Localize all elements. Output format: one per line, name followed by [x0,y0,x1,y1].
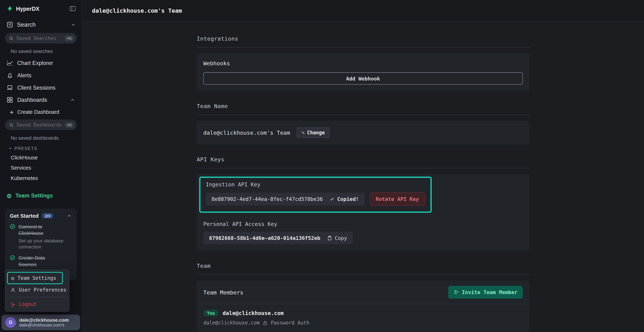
member-email: dale@clickhouse.com [203,320,260,326]
api-key-text: 8e887902-4ed7-44ea-8fec-f47cd578be36 [212,196,323,202]
user-plus-icon [453,290,459,295]
menu-item-team-settings[interactable]: ⚙ Team Settings [8,272,60,283]
team-settings-label: Team Settings [16,193,53,199]
chevron-up-icon[interactable] [66,213,72,218]
collapse-sidebar-icon[interactable] [70,5,76,12]
clipboard-icon [327,236,332,241]
get-started-header[interactable]: Get Started 2/3 [10,213,72,219]
saved-searches-placeholder: Saved Searches [16,35,62,41]
sidebar-section-search[interactable]: Search [0,16,82,32]
api-key-text: 87982668-58b1-4d6e-a620-014a136f52eb [209,235,320,241]
you-badge: You [203,310,218,316]
invite-button-label: Invite Team Member [462,289,518,295]
lock-icon [262,320,268,326]
presets-toggle[interactable]: PRESETS [0,143,82,152]
sidebar-item-label: Chart Explorer [17,60,53,66]
menu-item-user-preferences[interactable]: User Preferences [7,284,68,295]
team-name-heading: Team Name [197,103,530,115]
copy-button-label: Copy [335,235,347,241]
create-dashboard-label: Create Dashboard [17,109,59,115]
chevron-down-icon [8,146,12,150]
keyboard-shortcut: ⌘K [65,36,74,41]
sidebar: HyperDX Search Saved Searches ⌘K No save… [0,0,82,332]
get-started-title: Get Started [10,213,39,219]
user-subtitle: dale@clickhouse.com's [19,322,69,327]
check-circle-icon [10,255,15,260]
add-webhook-button[interactable]: Add Webhook [203,72,523,84]
sidebar-header: HyperDX [0,0,82,16]
search-icon [8,122,14,128]
menu-divider [9,297,66,297]
get-started-item-connect[interactable]: Connect to ClickHouse Set up your databa… [10,224,72,250]
sidebar-item-dashboards[interactable]: Dashboards [0,94,82,106]
preset-services[interactable]: Services [0,162,82,173]
create-dashboard-button[interactable]: Create Dashboard [0,106,82,118]
rotate-api-key-button[interactable]: Rotate API Key [370,192,425,206]
main-content: Integrations Webhooks Add Webhook Team N… [82,21,644,332]
sidebar-item-client-sessions[interactable]: Client Sessions [0,82,82,94]
team-member-row: You dale@clickhouse.com dale@clickhouse.… [197,304,530,332]
copied-label: Copied! [337,196,359,202]
copied-indicator: Copied! [329,196,359,202]
user-name: dale@clickhouse.com [19,318,69,322]
personal-api-key-label: Personal API Access Key [203,221,523,227]
bell-icon [6,72,13,78]
logout-icon [10,302,16,307]
plus-icon [9,110,14,115]
keyboard-shortcut: ⌘K [65,122,74,128]
team-name-value: dale@clickhouse.com's Team [203,129,290,136]
page-header: dale@clickhouse.com's Team [82,0,644,21]
preset-clickhouse[interactable]: ClickHouse [0,152,82,162]
saved-searches-input[interactable]: Saved Searches ⌘K [5,33,77,44]
avatar: D [5,317,16,328]
no-saved-searches-text: No saved searches [0,46,82,57]
dashboard-grid-icon [6,96,13,103]
menu-item-label: User Preferences [19,287,66,293]
page-title: dale@clickhouse.com's Team [92,7,182,14]
search-icon [8,36,14,41]
app-name: HyperDX [16,6,40,12]
invite-team-member-button[interactable]: Invite Team Member [448,286,523,298]
api-keys-heading: API Keys [197,156,530,168]
gear-icon: ⚙ [6,193,12,198]
sidebar-item-label: Dashboards [17,97,47,103]
search-section-icon [6,21,13,28]
webhooks-label: Webhooks [203,60,523,66]
copy-button[interactable]: Copy [327,235,347,241]
get-started-progress-badge: 2/3 [42,213,53,218]
change-team-name-button[interactable]: ✎ Change [296,127,330,138]
annotation-ingestion-api-key: Ingestion API Key 8e887902-4ed7-44ea-8fe… [199,176,432,213]
annotation-team-settings: ⚙ Team Settings [7,272,63,284]
ingestion-api-key-label: Ingestion API Key [206,182,425,188]
team-name-card: dale@clickhouse.com's Team ✎ Change [197,121,530,144]
user-profile-row[interactable]: D dale@clickhouse.com dale@clickhouse.co… [2,315,80,330]
sidebar-item-team-settings[interactable]: ⚙ Team Settings [0,189,82,202]
hyperdx-logo-icon [6,5,13,12]
sidebar-item-chart-explorer[interactable]: Chart Explorer [0,57,82,69]
ingestion-api-key-value[interactable]: 8e887902-4ed7-44ea-8fec-f47cd578be36 Cop… [206,193,364,205]
sidebar-item-label: Alerts [17,72,31,78]
preset-kubernetes[interactable]: Kubernetes [0,173,82,183]
saved-dashboards-placeholder: Saved Dashboards [16,122,62,128]
get-started-item-subtitle: Set up your database connection [18,238,67,250]
member-auth-method: Password Auth [271,320,310,326]
app-root: HyperDX Search Saved Searches ⌘K No save… [0,0,644,332]
team-heading: Team [197,262,530,275]
sidebar-item-alerts[interactable]: Alerts [0,69,82,82]
user-menu-popup: ⚙ Team Settings User Preferences Logout [5,270,70,312]
saved-dashboards-input[interactable]: Saved Dashboards ⌘K [5,120,77,130]
change-button-label: Change [307,130,325,136]
gear-icon: ⚙ [11,275,14,281]
integrations-heading: Integrations [197,35,530,48]
webhooks-card: Webhooks Add Webhook [197,53,530,91]
personal-api-key-value[interactable]: 87982668-58b1-4d6e-a620-014a136f52eb Cop… [203,232,353,244]
sidebar-item-label: Client Sessions [17,84,56,90]
menu-item-logout[interactable]: Logout [7,299,68,310]
no-saved-dashboards-text: No saved dashboards [0,132,82,143]
presets-label: PRESETS [14,146,38,151]
laptop-icon [6,84,13,91]
team-members-card: Team Members Invite Team Member You dale… [197,280,530,332]
chart-icon [6,60,13,66]
menu-item-label: Team Settings [18,275,56,281]
check-circle-icon [10,224,15,229]
